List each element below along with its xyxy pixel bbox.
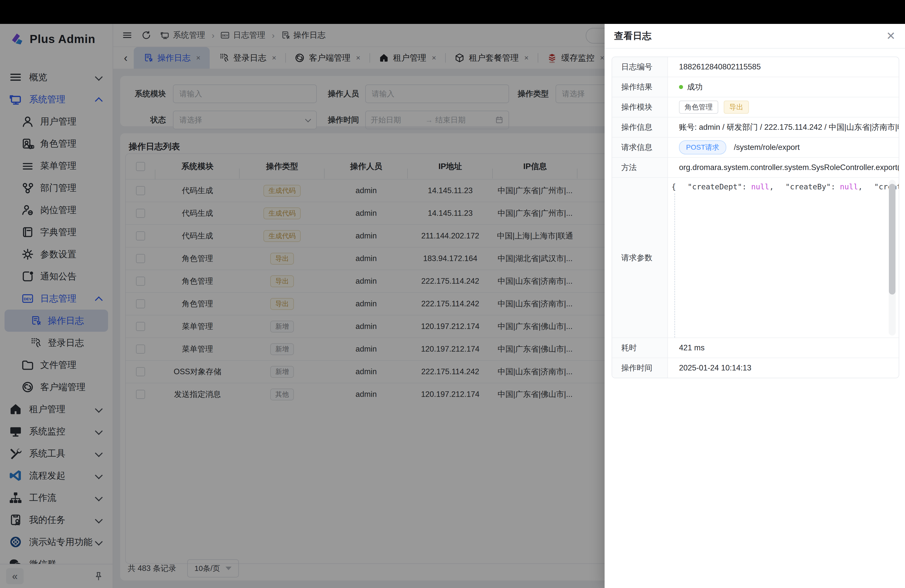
operation-type-tag: 导出	[724, 100, 749, 114]
detail-row-params: 请求参数 {"createDept": null,"createBy": nul…	[612, 177, 899, 337]
detail-row-duration: 耗时 421 ms	[612, 337, 899, 358]
view-log-drawer: 查看日志 ✕ 日志编号 1882612840802115585 操作结果 成功 …	[605, 24, 905, 588]
drawer-title: 查看日志	[614, 30, 886, 42]
detail-row-module: 操作模块 角色管理 导出	[612, 97, 899, 117]
request-url: /system/role/export	[734, 143, 800, 152]
detail-row-result: 操作结果 成功	[612, 77, 899, 97]
json-line: "createDept": null,	[676, 182, 774, 191]
module-tag: 角色管理	[679, 100, 718, 114]
success-dot-icon	[679, 85, 683, 89]
code-scrollbar-thumb[interactable]	[889, 184, 895, 294]
drawer-header: 查看日志 ✕	[605, 24, 905, 49]
result-text: 成功	[687, 82, 703, 92]
indent-guide	[675, 194, 675, 337]
post-request-tag: POST请求	[679, 140, 726, 154]
code-scrollbar[interactable]	[889, 180, 896, 335]
json-line: "createBy": null,	[774, 182, 862, 191]
detail-row-request: 请求信息 POST请求 /system/role/export	[612, 137, 899, 157]
request-params-code: {"createDept": null,"createBy": null,"cr…	[668, 178, 899, 337]
detail-row-info: 操作信息 账号: admin / 研发部门 / 222.175.114.242 …	[612, 117, 899, 137]
detail-row-log-id: 日志编号 1882612840802115585	[612, 57, 899, 77]
detail-row-op-time: 操作时间 2025-01-24 10:14:13	[612, 358, 899, 378]
close-icon[interactable]: ✕	[886, 30, 895, 41]
log-detail-table: 日志编号 1882612840802115585 操作结果 成功 操作模块 角色…	[611, 57, 899, 378]
detail-row-method: 方法 org.dromara.system.controller.system.…	[612, 157, 899, 177]
